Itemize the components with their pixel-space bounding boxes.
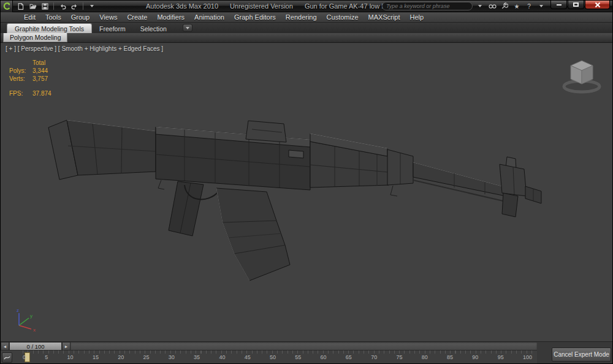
minimize-button[interactable] [550,1,567,9]
perspective-viewport[interactable]: [ + ] [ Perspective ] [ Smooth + Highlig… [1,43,612,341]
ruler-tick-label: 65 [346,354,352,360]
stats-total-row: Total [9,59,51,67]
infocenter-search[interactable] [382,2,473,10]
ribbon-tab-graphite-modeling-tools[interactable]: Graphite Modeling Tools [7,23,92,33]
stats-polys-row: Polys: 3,344 [9,67,51,75]
stats-fps-row: FPS: 37.874 [9,89,51,97]
ruler-tick-label: 55 [295,354,301,360]
search-button[interactable] [487,2,497,10]
menu-edit[interactable]: Edit [19,12,40,23]
toolbar-options-button[interactable] [86,2,97,11]
close-button[interactable] [585,1,610,9]
toolbar-separator [53,2,54,10]
new-scene-icon [17,2,25,10]
time-slider-track[interactable] [70,342,537,350]
menu-group[interactable]: Group [66,12,95,23]
ak47-model[interactable] [1,43,612,341]
viewport-label[interactable]: [ + ] [ Perspective ] [ Smooth + Highlig… [6,45,163,52]
y-axis-label: y [30,313,32,319]
app-title: Autodesk 3ds Max 2010 [146,2,218,10]
ruler-tick-label: 85 [447,354,453,360]
favorites-button[interactable]: ★ [512,2,522,10]
ruler-tick-label: 45 [245,354,251,360]
ribbon-tab-freeform[interactable]: Freeform [92,24,133,33]
ruler-tick-label: 70 [371,354,377,360]
ruler-tick-label: 30 [169,354,175,360]
maximize-button[interactable] [568,1,584,9]
star-icon: ★ [514,3,520,10]
menu-customize[interactable]: Customize [322,12,364,23]
menu-graph-editors[interactable]: Graph Editors [229,12,281,23]
stats-total-label: Total [32,59,45,67]
3dsmax-window: Autodesk 3ds Max 2010 Unregistered Versi… [0,0,613,364]
menu-modifiers[interactable]: Modifiers [152,12,189,23]
help-button[interactable]: ? [524,2,534,10]
stats-fps-label: FPS: [9,89,28,97]
mini-curve-icon [4,354,10,361]
wrench-icon [501,2,508,10]
cancel-expert-mode-button[interactable]: Cancel Expert Mode [552,347,611,362]
x-axis-label: x [33,327,36,333]
world-axis-tripod: x y z [10,305,39,333]
window-controls [550,1,610,9]
stats-verts-row: Verts: 3,757 [9,75,51,83]
menu-animation[interactable]: Animation [189,12,229,23]
ruler-tick-label: 95 [498,354,504,360]
ribbon-panel-strip: Polygon Modeling [1,33,612,43]
ruler-tick-label: 25 [143,354,149,360]
chevron-down-icon [186,27,189,29]
ruler-tick-label: 0 [23,354,26,360]
ruler-tick-label: 60 [321,354,327,360]
minimize-icon [557,4,562,6]
undo-arrow-icon [58,2,67,10]
license-label: Unregistered Version [230,2,293,10]
ruler-tick-label: 5 [45,354,48,360]
ruler-tick-label: 40 [219,354,225,360]
previous-frame-button[interactable]: ◄ [1,342,9,351]
ruler-tick-label: 20 [118,354,124,360]
redo-button[interactable] [69,2,80,11]
stats-verts-value: 3,757 [32,75,48,83]
ribbon-tab-selection[interactable]: Selection [133,24,174,33]
stats-fps-value: 37.874 [32,89,51,97]
redo-arrow-icon [70,2,79,10]
menu-tools[interactable]: Tools [40,12,66,23]
menu-views[interactable]: Views [94,12,122,23]
ribbon-minimize-toggle[interactable] [183,24,192,32]
mini-curve-editor-button[interactable] [2,352,12,363]
infocenter: ★ ? [382,2,546,10]
timeline-area: ◄ 0 / 100 ► 0510152025303540455055606570… [1,341,537,364]
quick-access-toolbar [13,2,99,11]
application-menu-button[interactable] [1,1,13,12]
time-slider-handle[interactable]: 0 / 100 [9,342,62,351]
viewcube[interactable] [561,55,604,94]
open-file-button[interactable] [28,2,38,11]
menu-create[interactable]: Create [122,12,152,23]
help-menu-button[interactable] [536,2,546,10]
chevron-down-icon [90,5,94,7]
ruler-ticks: 0510152025303540455055606570758085909510… [23,354,532,360]
undo-button[interactable] [57,2,67,11]
3dsmax-logo-icon [2,2,11,10]
search-scope-button[interactable] [475,2,485,10]
save-file-button[interactable] [40,2,50,11]
ruler-tick-label: 75 [396,354,402,360]
new-scene-button[interactable] [15,2,26,11]
window-title: Autodesk 3ds Max 2010 Unregistered Versi… [146,2,419,10]
open-folder-icon [29,2,37,10]
stats-verts-label: Verts: [9,75,28,83]
ruler-tick-label: 100 [523,354,532,360]
track-bar[interactable]: 0510152025303540455055606570758085909510… [1,350,537,364]
search-input[interactable] [386,3,468,9]
chevron-down-icon [478,5,482,7]
next-frame-button[interactable]: ► [62,342,70,351]
stats-polys-label: Polys: [9,67,28,75]
titlebar[interactable]: Autodesk 3ds Max 2010 Unregistered Versi… [1,1,612,12]
menu-help[interactable]: Help [405,12,429,23]
subscription-center-button[interactable] [500,2,509,10]
close-icon [595,2,601,8]
menu-rendering[interactable]: Rendering [281,12,322,23]
polygon-modeling-panel-tab[interactable]: Polygon Modeling [3,33,67,42]
menu-maxscript[interactable]: MAXScript [364,12,405,23]
menubar: EditToolsGroupViewsCreateModifiersAnimat… [1,12,612,23]
